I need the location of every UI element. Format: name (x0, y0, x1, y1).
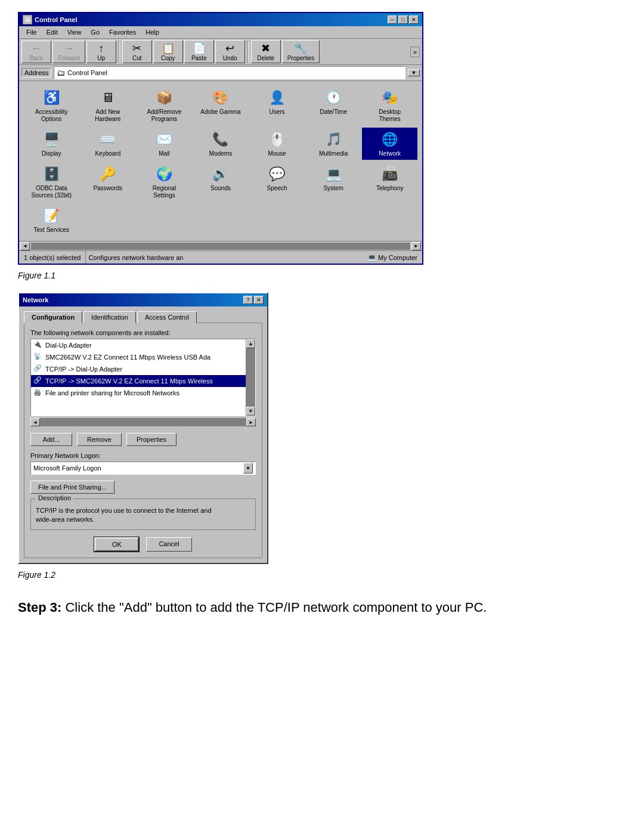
address-input[interactable]: 🗂 Control Panel (54, 66, 405, 79)
dialog-title-left: Network (23, 296, 48, 304)
close-button[interactable]: ✕ (409, 16, 419, 24)
list-item-fileshare[interactable]: 🖨️ File and printer sharing for Microsof… (31, 387, 255, 399)
menubar: File Edit View Go Favorites Help (19, 26, 422, 39)
figure2-container: Network ? ✕ Configuration Identification… (18, 292, 626, 564)
menu-favorites[interactable]: Favorites (104, 27, 141, 37)
cp-desktop-themes[interactable]: 🎭 DesktopThemes (362, 86, 417, 125)
sharing-button[interactable]: File and Print Sharing... (30, 481, 114, 494)
mail-icon: ✉️ (154, 130, 174, 149)
cp-modems[interactable]: 📞 Modems (193, 128, 249, 160)
cp-users[interactable]: 👤 Users (249, 86, 305, 125)
up-button[interactable]: ↑ Up (86, 41, 116, 63)
system-icon: 💻 (324, 165, 343, 184)
delete-button[interactable]: ✖ Delete (251, 40, 281, 63)
cp-passwords[interactable]: 🔑 Passwords (80, 162, 136, 202)
list-item-dialup[interactable]: 🔌 Dial-Up Adapter (31, 339, 255, 351)
address-label: Address (21, 68, 51, 78)
cp-keyboard[interactable]: ⌨️ Keyboard (80, 128, 136, 160)
cancel-button[interactable]: Cancel (146, 537, 191, 552)
forward-button[interactable]: → Forward (52, 41, 85, 63)
toolbar-more[interactable]: » (410, 47, 420, 57)
cp-mouse[interactable]: 🖱️ Mouse (249, 128, 305, 160)
network-dialog: Network ? ✕ Configuration Identification… (18, 292, 268, 564)
control-panel-content: ♿ AccessibilityOptions 🖥 Add NewHardware… (19, 81, 422, 241)
step3-paragraph: Step 3: Click the "Add" button to add th… (18, 597, 626, 617)
list-item-tcpip-dialup[interactable]: 🔗 TCP/IP -> Dial-Up Adapter (31, 363, 255, 375)
menu-view[interactable]: View (63, 27, 86, 37)
add-button[interactable]: Add... (30, 433, 72, 446)
network-list-label: The following network components are ins… (30, 329, 256, 336)
cp-accessibility[interactable]: ♿ AccessibilityOptions (24, 86, 79, 125)
menu-help[interactable]: Help (141, 27, 164, 37)
hscroll-track[interactable] (40, 418, 246, 426)
dialog-titlebar-buttons: ? ✕ (243, 296, 264, 304)
dialog-button-row: OK Cancel (30, 537, 256, 552)
toolbar: ← Back → Forward ↑ Up ✂ Cut 📋 Copy 📄 (19, 39, 422, 65)
regional-icon: 🌍 (154, 165, 174, 184)
maximize-button[interactable]: □ (398, 16, 408, 24)
telephony-icon: 📠 (380, 165, 400, 184)
cp-system[interactable]: 💻 System (306, 162, 361, 202)
menu-file[interactable]: File (21, 27, 42, 37)
cp-telephony[interactable]: 📠 Telephony (362, 162, 417, 202)
back-button[interactable]: ← Back (21, 41, 51, 63)
cp-add-hardware[interactable]: 🖥 Add NewHardware (80, 86, 136, 125)
copy-button[interactable]: 📋 Copy (153, 40, 183, 63)
titlebar-left: 🗂 Control Panel (23, 15, 78, 24)
properties-button[interactable]: 🔧 Properties (282, 40, 320, 63)
ok-button[interactable]: OK (94, 537, 139, 552)
toolbar-separator-1 (119, 41, 120, 63)
tab-identification[interactable]: Identification (83, 311, 136, 323)
properties-button[interactable]: Properties (126, 433, 177, 446)
speech-icon: 💬 (268, 165, 287, 184)
tab-access-control[interactable]: Access Control (137, 311, 197, 323)
listbox-scroll-track[interactable] (246, 348, 255, 407)
scroll-right-button[interactable]: ► (411, 242, 421, 250)
cp-speech[interactable]: 💬 Speech (249, 162, 305, 202)
accessibility-icon: ♿ (42, 88, 61, 107)
cp-mail[interactable]: ✉️ Mail (137, 128, 192, 160)
logon-label: Primary Network Logon: (30, 452, 256, 459)
address-dropdown[interactable]: ▼ (408, 69, 420, 76)
tcpip-dialup-icon: 🔗 (33, 364, 43, 374)
network-buttons: Add... Remove Properties (30, 433, 256, 446)
menu-go[interactable]: Go (86, 27, 104, 37)
datetime-icon: 🕐 (324, 88, 343, 107)
network-icon: 🌐 (380, 130, 400, 149)
undo-button[interactable]: ↩ Undo (215, 40, 245, 63)
cp-odbc[interactable]: 🗄️ ODBC DataSources (32bit) (24, 162, 79, 202)
cp-regional[interactable]: 🌍 RegionalSettings (137, 162, 192, 202)
cp-datetime[interactable]: 🕐 Date/Time (306, 86, 361, 125)
listbox-scroll-up[interactable]: ▲ (246, 339, 255, 348)
dialog-help-button[interactable]: ? (243, 296, 253, 304)
remove-button[interactable]: Remove (77, 433, 122, 446)
cp-network[interactable]: 🌐 Network (362, 128, 417, 160)
logon-dropdown-btn[interactable]: ▼ (243, 463, 253, 473)
statusbar: 1 object(s) selected Configures network … (19, 250, 422, 264)
list-item-smc[interactable]: 📡 SMC2662W V.2 EZ Connect 11 Mbps Wirele… (31, 351, 255, 363)
cp-multimedia[interactable]: 🎵 Multimedia (306, 128, 361, 160)
figure1-container: 🗂 Control Panel ─ □ ✕ File Edit View Go … (18, 12, 626, 265)
dialog-close-button[interactable]: ✕ (254, 296, 264, 304)
cp-add-remove[interactable]: 📦 Add/RemovePrograms (137, 86, 192, 125)
window-icon: 🗂 (23, 15, 32, 24)
list-item-tcpip-smc[interactable]: 🔗 TCP/IP -> SMC2662W V.2 EZ Connect 11 M… (31, 375, 255, 387)
paste-button[interactable]: 📄 Paste (184, 40, 214, 63)
cp-display[interactable]: 🖥️ Display (24, 128, 79, 160)
hscroll-right[interactable]: ► (246, 418, 256, 426)
cp-text-services[interactable]: 📝 Text Services (24, 204, 79, 236)
logon-select[interactable]: Microsoft Family Logon ▼ (30, 462, 256, 475)
listbox-scroll-down[interactable]: ▼ (246, 407, 255, 416)
cp-adobe-gamma[interactable]: 🎨 Adobe Gamma (193, 86, 249, 125)
menu-edit[interactable]: Edit (42, 27, 63, 37)
fileshare-icon: 🖨️ (33, 388, 43, 398)
network-listbox[interactable]: 🔌 Dial-Up Adapter 📡 SMC2662W V.2 EZ Conn… (30, 339, 256, 416)
status-objects: 1 object(s) selected (19, 251, 86, 264)
cp-sounds[interactable]: 🔊 Sounds (193, 162, 249, 202)
scroll-left-button[interactable]: ◄ (20, 242, 30, 250)
cut-button[interactable]: ✂ Cut (122, 40, 152, 63)
minimize-button[interactable]: ─ (388, 16, 397, 24)
scroll-track[interactable] (31, 243, 410, 250)
tab-configuration[interactable]: Configuration (24, 311, 82, 323)
hscroll-left[interactable]: ◄ (30, 418, 40, 426)
